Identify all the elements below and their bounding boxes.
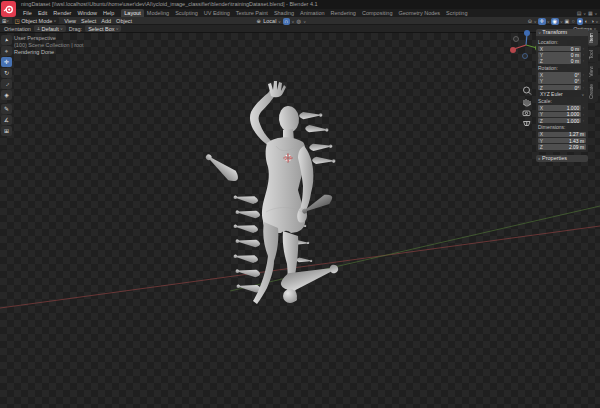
tool-measure[interactable]: ∡	[1, 115, 12, 125]
tool-cursor[interactable]: ⌖	[1, 46, 12, 56]
juggling-club[interactable]	[233, 222, 259, 233]
juggling-club[interactable]	[235, 208, 260, 219]
gizmo-z-neg[interactable]	[523, 54, 528, 59]
rotation-z-field[interactable]: Z0°	[538, 85, 581, 91]
rotation-y-field[interactable]: Y0°	[538, 78, 581, 84]
scale-label: Scale:	[538, 98, 586, 105]
tool-select-box[interactable]: ➤	[1, 35, 12, 45]
properties-panel-header[interactable]: ▸ Properties	[536, 155, 588, 162]
tool-scale[interactable]: ↔	[1, 79, 12, 89]
juggling-club[interactable]	[305, 125, 329, 134]
lock-icon[interactable]: ◦	[581, 72, 586, 78]
pan-hand-icon[interactable]	[524, 99, 531, 106]
sidebar-tab-create[interactable]: Create	[588, 81, 598, 102]
location-z-field[interactable]: Z0 m	[538, 58, 581, 64]
gizmo-axis-neg[interactable]	[514, 37, 519, 42]
tool-move[interactable]: ✛	[1, 57, 12, 67]
lock-icon[interactable]: ◦	[581, 78, 586, 84]
axis-line-x	[0, 226, 600, 308]
perspective-toggle-icon[interactable]	[524, 122, 531, 126]
transform-panel-body: Location: X0 m◦ Y0 m◦ Z0 m◦ Rotation: X0…	[536, 36, 588, 152]
juggling-club[interactable]	[235, 237, 260, 248]
dimensions-z-field[interactable]: Z2.09 m	[538, 144, 586, 150]
view-name: User Perspective	[14, 35, 84, 42]
transform-panel-header[interactable]: ˅ Transform	[536, 29, 588, 36]
tool-add-cube[interactable]: ⊞	[1, 126, 12, 136]
juggling-clubs-left	[233, 193, 262, 293]
floating-juggling-club[interactable]	[203, 151, 241, 185]
rotation-mode-dropdown[interactable]: XYZ Euler˅	[538, 91, 586, 97]
zoom-icon[interactable]	[524, 87, 532, 95]
left-toolbar: ➤ ⌖ ✛ ↻ ↔ ◈ ✎ ∡ ⊞	[1, 35, 12, 136]
rotation-x-field[interactable]: X0°	[538, 72, 581, 78]
lock-icon[interactable]: ◦	[581, 118, 586, 124]
juggling-club[interactable]	[309, 142, 333, 151]
lock-icon[interactable]: ◦	[581, 85, 586, 91]
sidebar-tab-tool[interactable]: Tool	[588, 47, 598, 62]
blender-logo-icon	[1, 1, 16, 17]
dimensions-x-field[interactable]: X1.27 m	[538, 132, 586, 138]
sidebar-tab-item[interactable]: Item	[588, 30, 598, 46]
lock-icon[interactable]: ◦	[581, 52, 586, 58]
tool-annotate[interactable]: ✎	[1, 104, 12, 114]
render-status: Rendering Done	[14, 49, 84, 56]
n-panel-sidebar: ˅ Transform Location: X0 m◦ Y0 m◦ Z0 m◦ …	[536, 29, 588, 162]
juggling-club[interactable]	[299, 111, 322, 119]
scene-canvas	[0, 0, 600, 408]
blender-window: ningDataset [\\wsl.localhost\Ubuntu\home…	[0, 0, 600, 408]
location-y-field[interactable]: Y0 m	[538, 52, 581, 58]
juggling-club[interactable]	[233, 193, 259, 204]
lock-icon[interactable]: ◦	[581, 46, 586, 52]
sidebar-tabs: Item Tool View Create	[588, 30, 599, 102]
juggling-ball[interactable]	[283, 289, 297, 303]
sidebar-tab-view[interactable]: View	[588, 63, 598, 80]
lock-icon[interactable]: ◦	[581, 58, 586, 64]
juggling-club[interactable]	[296, 257, 312, 263]
mannequin-raised-arm	[250, 89, 277, 145]
lock-icon[interactable]: ◦	[581, 112, 586, 118]
mannequin-head	[278, 105, 301, 133]
location-x-field[interactable]: X0 m	[538, 46, 581, 52]
gizmo-z-axis[interactable]	[524, 30, 530, 36]
lock-icon[interactable]: ◦	[581, 105, 586, 111]
dimensions-label: Dimensions:	[538, 124, 586, 131]
location-label: Location:	[538, 39, 586, 46]
scale-y-field[interactable]: Y1.000	[538, 112, 581, 118]
collapse-caret-icon: ˅	[539, 29, 541, 36]
juggling-club[interactable]	[233, 252, 259, 263]
scale-x-field[interactable]: X1.000	[538, 105, 581, 111]
expand-caret-icon: ▸	[539, 155, 541, 162]
tool-rotate[interactable]: ↻	[1, 68, 12, 78]
gizmo-x-axis[interactable]	[510, 47, 516, 53]
camera-view-icon[interactable]	[523, 111, 530, 116]
dimensions-y-field[interactable]: Y1.43 m	[538, 138, 586, 144]
tool-transform[interactable]: ◈	[1, 90, 12, 100]
rotation-label: Rotation:	[538, 65, 586, 72]
collection-object-path: (100) Scene Collection | root	[14, 42, 84, 49]
juggling-club[interactable]	[312, 157, 335, 165]
viewport-nav-buttons	[523, 87, 531, 126]
juggling-club[interactable]	[236, 282, 261, 293]
viewport-overlay-text: User Perspective (100) Scene Collection …	[14, 35, 84, 56]
scale-z-field[interactable]: Z1.000	[538, 118, 581, 124]
juggling-club[interactable]	[235, 267, 260, 278]
